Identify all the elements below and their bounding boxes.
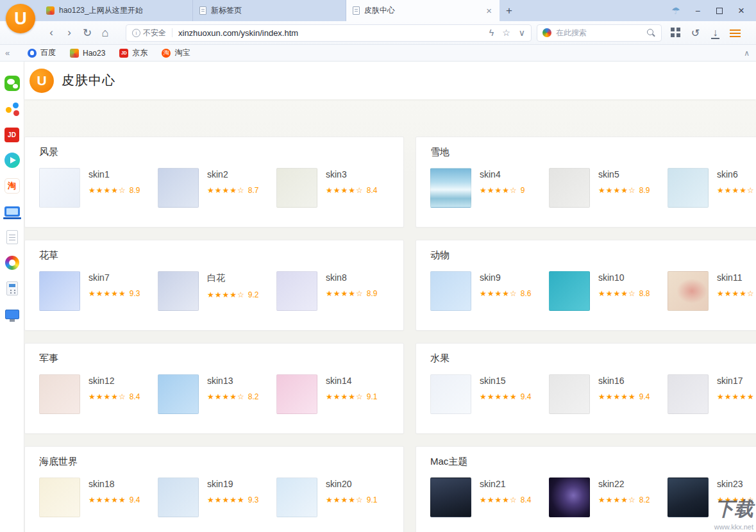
skin-item[interactable]: skin16★★★★★9.4 <box>549 374 668 414</box>
collapse-up-icon[interactable]: ∧ <box>744 49 750 58</box>
skin-item[interactable]: skin10★★★★☆8.8 <box>549 271 668 311</box>
skin-item[interactable]: skin20★★★★☆9.1 <box>276 478 395 517</box>
close-button[interactable]: × <box>730 4 752 17</box>
reload-button[interactable]: ↻ <box>78 26 96 40</box>
bookmark-baidu[interactable]: 百度 <box>21 47 63 58</box>
monitor-icon <box>5 310 19 319</box>
chevron-down-icon[interactable]: ∨ <box>519 28 525 38</box>
skin-item[interactable]: skin19★★★★★9.3 <box>158 478 276 517</box>
skin-item[interactable]: skin13★★★★☆8.2 <box>158 374 276 414</box>
skin-thumbnail[interactable] <box>158 478 199 517</box>
skin-thumbnail[interactable] <box>158 271 199 311</box>
umbrella-icon[interactable]: ☂ <box>665 5 687 17</box>
browser-menu-logo[interactable]: U <box>6 4 35 33</box>
skin-thumbnail[interactable] <box>158 374 199 414</box>
skin-thumbnail[interactable] <box>430 478 471 517</box>
skin-rating: ★★★★☆8.2 <box>207 392 258 401</box>
star-rating-icons: ★★★★☆ <box>717 495 755 504</box>
skin-thumbnail[interactable] <box>39 168 80 208</box>
skin-item[interactable]: skin11★★★★☆ <box>668 271 756 311</box>
skin-thumbnail[interactable] <box>430 271 471 311</box>
search-icon[interactable] <box>646 28 656 38</box>
lightning-icon[interactable]: ϟ <box>489 28 494 38</box>
skin-thumbnail[interactable] <box>549 374 590 414</box>
search-box[interactable]: 在此搜索 <box>537 24 662 42</box>
favorite-star-icon[interactable]: ☆ <box>502 28 510 38</box>
skin-thumbnail[interactable] <box>668 374 709 414</box>
sidebar-item-calculator[interactable] <box>0 276 24 301</box>
jd-icon: JD <box>4 128 19 142</box>
skin-thumbnail[interactable] <box>158 168 199 208</box>
skin-item[interactable]: skin9★★★★☆8.6 <box>430 271 549 311</box>
skin-item[interactable]: skin15★★★★★9.4 <box>430 374 549 414</box>
skin-thumbnail[interactable] <box>39 271 80 311</box>
skin-thumbnail[interactable] <box>668 168 709 208</box>
sidebar-item-taobao[interactable]: 淘 <box>0 173 24 199</box>
bookmark-jd[interactable]: JD 京东 <box>112 47 155 58</box>
url-text[interactable]: xinzhuoxun.com/yskin/index.htm <box>178 28 298 38</box>
rating-score: 8.8 <box>639 289 650 298</box>
skin-thumbnail[interactable] <box>668 271 709 311</box>
skin-item[interactable]: skin6★★★★☆ <box>668 168 756 208</box>
download-icon[interactable]: ↓ <box>705 27 725 38</box>
skin-thumbnail[interactable] <box>276 478 317 517</box>
skin-item[interactable]: skin23★★★★☆ <box>668 478 756 517</box>
skin-thumbnail[interactable] <box>430 374 471 414</box>
skin-item[interactable]: skin4★★★★☆9 <box>430 168 549 208</box>
sidebar-item-monitor[interactable] <box>0 301 24 327</box>
skin-item[interactable]: skin22★★★★☆8.2 <box>549 478 668 517</box>
new-tab-button[interactable]: + <box>500 0 519 21</box>
skin-item[interactable]: skin21★★★★☆8.4 <box>430 478 549 517</box>
undo-icon[interactable]: ↺ <box>685 27 705 39</box>
collapse-left-icon[interactable]: « <box>5 48 21 58</box>
skin-thumbnail[interactable] <box>276 271 317 311</box>
skin-item[interactable]: skin1★★★★☆8.9 <box>39 168 158 208</box>
minimize-button[interactable]: − <box>687 6 709 16</box>
skin-thumbnail[interactable] <box>430 168 471 208</box>
star-rating-icons: ★★★★★ <box>717 392 755 401</box>
skin-item[interactable]: skin2★★★★☆8.7 <box>158 168 276 208</box>
skin-item[interactable]: skin18★★★★★9.4 <box>39 478 158 517</box>
skin-item[interactable]: 白花★★★★☆9.2 <box>158 271 276 311</box>
apps-grid-icon[interactable] <box>666 28 685 38</box>
skin-item[interactable]: skin7★★★★★9.3 <box>39 271 158 311</box>
skin-item[interactable]: skin3★★★★☆8.4 <box>276 168 395 208</box>
maximize-button[interactable] <box>709 6 730 16</box>
back-button[interactable]: ‹ <box>42 26 60 39</box>
sidebar-item-video[interactable] <box>0 147 24 173</box>
tab-close-icon[interactable]: × <box>485 6 493 15</box>
skin-thumbnail[interactable] <box>668 478 709 517</box>
tab-label: hao123_上网从这里开始 <box>59 5 186 16</box>
skin-thumbnail[interactable] <box>549 271 590 311</box>
menu-icon[interactable] <box>725 29 745 37</box>
skin-thumbnail[interactable] <box>549 478 590 517</box>
tab-new-page[interactable]: 新标签页 <box>193 0 346 21</box>
skin-thumbnail[interactable] <box>549 168 590 208</box>
sidebar-item-contacts[interactable] <box>0 96 24 122</box>
sidebar-item-notes[interactable] <box>0 224 24 250</box>
skin-info: skin4★★★★☆9 <box>480 168 525 208</box>
skin-thumbnail[interactable] <box>39 478 80 517</box>
tab-hao123[interactable]: hao123_上网从这里开始 <box>40 0 193 21</box>
skin-thumbnail[interactable] <box>39 374 80 414</box>
bookmark-hao23[interactable]: Hao23 <box>63 49 112 58</box>
sidebar-item-laptop[interactable] <box>0 199 24 224</box>
address-bar[interactable]: 不安全 xinzhuoxun.com/yskin/index.htm ϟ ☆ ∨ <box>126 24 532 42</box>
sidebar-item-jd[interactable]: JD <box>0 122 24 147</box>
skin-thumbnail[interactable] <box>276 374 317 414</box>
skin-item[interactable]: skin5★★★★☆8.9 <box>549 168 668 208</box>
sidebar-item-themes[interactable] <box>0 250 24 276</box>
home-button[interactable]: ⌂ <box>96 26 114 40</box>
tab-skin-center[interactable]: 皮肤中心 × <box>346 0 500 21</box>
info-icon[interactable] <box>132 29 140 37</box>
search-placeholder[interactable]: 在此搜索 <box>556 28 642 38</box>
skin-item[interactable]: skin12★★★★☆8.4 <box>39 374 158 414</box>
skin-item[interactable]: skin8★★★★☆8.9 <box>276 271 395 311</box>
skin-thumbnail[interactable] <box>276 168 317 208</box>
skin-item[interactable]: skin14★★★★☆9.1 <box>276 374 395 414</box>
skin-item[interactable]: skin17★★★★★ <box>668 374 756 414</box>
sidebar-item-wechat[interactable] <box>0 71 24 96</box>
bookmark-taobao[interactable]: 淘 淘宝 <box>155 47 197 58</box>
forward-button[interactable]: › <box>60 26 78 39</box>
search-engine-icon[interactable] <box>542 28 551 37</box>
